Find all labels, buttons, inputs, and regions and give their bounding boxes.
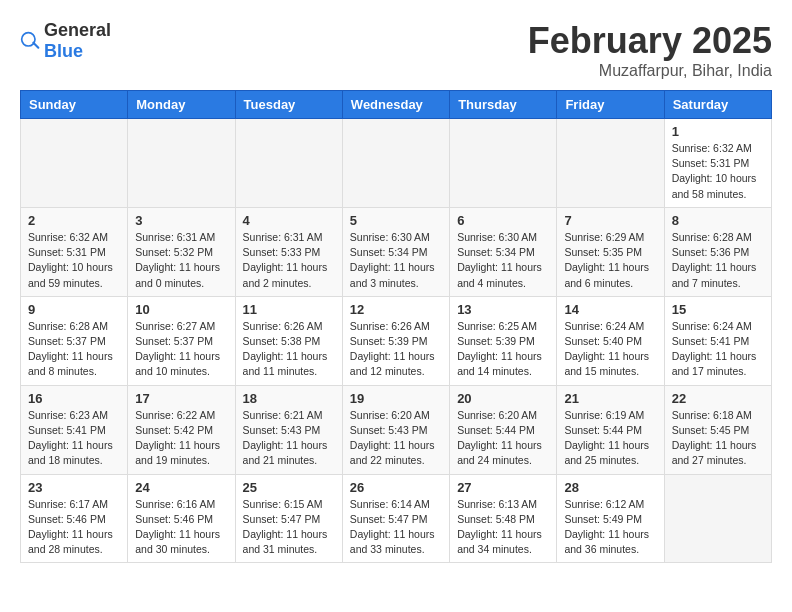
calendar-table: SundayMondayTuesdayWednesdayThursdayFrid… [20,90,772,563]
weekday-header-row: SundayMondayTuesdayWednesdayThursdayFrid… [21,91,772,119]
svg-point-0 [22,33,35,46]
day-cell: 26Sunrise: 6:14 AM Sunset: 5:47 PM Dayli… [342,474,449,563]
day-info: Sunrise: 6:18 AM Sunset: 5:45 PM Dayligh… [672,408,764,469]
week-row-1: 1Sunrise: 6:32 AM Sunset: 5:31 PM Daylig… [21,119,772,208]
day-info: Sunrise: 6:24 AM Sunset: 5:41 PM Dayligh… [672,319,764,380]
day-cell: 24Sunrise: 6:16 AM Sunset: 5:46 PM Dayli… [128,474,235,563]
logo-general: General [44,20,111,40]
day-number: 16 [28,391,120,406]
day-number: 1 [672,124,764,139]
logo: General Blue [20,20,111,62]
day-info: Sunrise: 6:17 AM Sunset: 5:46 PM Dayligh… [28,497,120,558]
day-info: Sunrise: 6:20 AM Sunset: 5:43 PM Dayligh… [350,408,442,469]
day-info: Sunrise: 6:21 AM Sunset: 5:43 PM Dayligh… [243,408,335,469]
day-cell: 6Sunrise: 6:30 AM Sunset: 5:34 PM Daylig… [450,207,557,296]
day-info: Sunrise: 6:25 AM Sunset: 5:39 PM Dayligh… [457,319,549,380]
day-cell: 19Sunrise: 6:20 AM Sunset: 5:43 PM Dayli… [342,385,449,474]
day-number: 2 [28,213,120,228]
week-row-4: 16Sunrise: 6:23 AM Sunset: 5:41 PM Dayli… [21,385,772,474]
day-info: Sunrise: 6:12 AM Sunset: 5:49 PM Dayligh… [564,497,656,558]
day-cell: 10Sunrise: 6:27 AM Sunset: 5:37 PM Dayli… [128,296,235,385]
day-number: 22 [672,391,764,406]
day-cell: 12Sunrise: 6:26 AM Sunset: 5:39 PM Dayli… [342,296,449,385]
day-number: 8 [672,213,764,228]
header: General Blue February 2025 Muzaffarpur, … [20,20,772,80]
calendar-subtitle: Muzaffarpur, Bihar, India [528,62,772,80]
day-cell [342,119,449,208]
day-cell: 27Sunrise: 6:13 AM Sunset: 5:48 PM Dayli… [450,474,557,563]
day-info: Sunrise: 6:22 AM Sunset: 5:42 PM Dayligh… [135,408,227,469]
day-info: Sunrise: 6:15 AM Sunset: 5:47 PM Dayligh… [243,497,335,558]
day-number: 24 [135,480,227,495]
day-number: 7 [564,213,656,228]
weekday-header-wednesday: Wednesday [342,91,449,119]
day-cell: 28Sunrise: 6:12 AM Sunset: 5:49 PM Dayli… [557,474,664,563]
day-cell: 15Sunrise: 6:24 AM Sunset: 5:41 PM Dayli… [664,296,771,385]
day-cell: 2Sunrise: 6:32 AM Sunset: 5:31 PM Daylig… [21,207,128,296]
day-cell: 9Sunrise: 6:28 AM Sunset: 5:37 PM Daylig… [21,296,128,385]
weekday-header-thursday: Thursday [450,91,557,119]
day-cell [128,119,235,208]
day-number: 4 [243,213,335,228]
logo-blue: Blue [44,41,83,61]
weekday-header-saturday: Saturday [664,91,771,119]
day-cell: 16Sunrise: 6:23 AM Sunset: 5:41 PM Dayli… [21,385,128,474]
day-cell: 11Sunrise: 6:26 AM Sunset: 5:38 PM Dayli… [235,296,342,385]
day-info: Sunrise: 6:26 AM Sunset: 5:38 PM Dayligh… [243,319,335,380]
day-cell: 5Sunrise: 6:30 AM Sunset: 5:34 PM Daylig… [342,207,449,296]
day-number: 28 [564,480,656,495]
day-cell [664,474,771,563]
day-cell: 20Sunrise: 6:20 AM Sunset: 5:44 PM Dayli… [450,385,557,474]
day-cell: 17Sunrise: 6:22 AM Sunset: 5:42 PM Dayli… [128,385,235,474]
day-cell: 7Sunrise: 6:29 AM Sunset: 5:35 PM Daylig… [557,207,664,296]
day-cell: 25Sunrise: 6:15 AM Sunset: 5:47 PM Dayli… [235,474,342,563]
day-number: 26 [350,480,442,495]
day-info: Sunrise: 6:28 AM Sunset: 5:37 PM Dayligh… [28,319,120,380]
day-info: Sunrise: 6:23 AM Sunset: 5:41 PM Dayligh… [28,408,120,469]
day-number: 17 [135,391,227,406]
day-cell: 22Sunrise: 6:18 AM Sunset: 5:45 PM Dayli… [664,385,771,474]
day-number: 25 [243,480,335,495]
day-number: 9 [28,302,120,317]
day-number: 10 [135,302,227,317]
day-info: Sunrise: 6:20 AM Sunset: 5:44 PM Dayligh… [457,408,549,469]
day-cell [21,119,128,208]
logo-icon [20,31,40,51]
day-number: 27 [457,480,549,495]
day-info: Sunrise: 6:32 AM Sunset: 5:31 PM Dayligh… [28,230,120,291]
weekday-header-tuesday: Tuesday [235,91,342,119]
day-info: Sunrise: 6:28 AM Sunset: 5:36 PM Dayligh… [672,230,764,291]
week-row-3: 9Sunrise: 6:28 AM Sunset: 5:37 PM Daylig… [21,296,772,385]
day-info: Sunrise: 6:14 AM Sunset: 5:47 PM Dayligh… [350,497,442,558]
day-number: 12 [350,302,442,317]
day-cell [557,119,664,208]
day-number: 14 [564,302,656,317]
day-info: Sunrise: 6:24 AM Sunset: 5:40 PM Dayligh… [564,319,656,380]
day-info: Sunrise: 6:32 AM Sunset: 5:31 PM Dayligh… [672,141,764,202]
day-cell [450,119,557,208]
day-number: 23 [28,480,120,495]
day-number: 11 [243,302,335,317]
day-info: Sunrise: 6:31 AM Sunset: 5:33 PM Dayligh… [243,230,335,291]
day-info: Sunrise: 6:31 AM Sunset: 5:32 PM Dayligh… [135,230,227,291]
day-number: 19 [350,391,442,406]
title-area: February 2025 Muzaffarpur, Bihar, India [528,20,772,80]
day-cell: 1Sunrise: 6:32 AM Sunset: 5:31 PM Daylig… [664,119,771,208]
day-info: Sunrise: 6:16 AM Sunset: 5:46 PM Dayligh… [135,497,227,558]
day-info: Sunrise: 6:29 AM Sunset: 5:35 PM Dayligh… [564,230,656,291]
day-cell: 23Sunrise: 6:17 AM Sunset: 5:46 PM Dayli… [21,474,128,563]
day-info: Sunrise: 6:13 AM Sunset: 5:48 PM Dayligh… [457,497,549,558]
day-cell: 14Sunrise: 6:24 AM Sunset: 5:40 PM Dayli… [557,296,664,385]
day-number: 6 [457,213,549,228]
day-info: Sunrise: 6:19 AM Sunset: 5:44 PM Dayligh… [564,408,656,469]
day-cell: 4Sunrise: 6:31 AM Sunset: 5:33 PM Daylig… [235,207,342,296]
week-row-2: 2Sunrise: 6:32 AM Sunset: 5:31 PM Daylig… [21,207,772,296]
week-row-5: 23Sunrise: 6:17 AM Sunset: 5:46 PM Dayli… [21,474,772,563]
day-number: 18 [243,391,335,406]
day-cell [235,119,342,208]
day-info: Sunrise: 6:26 AM Sunset: 5:39 PM Dayligh… [350,319,442,380]
day-number: 13 [457,302,549,317]
calendar-title: February 2025 [528,20,772,62]
day-info: Sunrise: 6:30 AM Sunset: 5:34 PM Dayligh… [457,230,549,291]
day-number: 21 [564,391,656,406]
